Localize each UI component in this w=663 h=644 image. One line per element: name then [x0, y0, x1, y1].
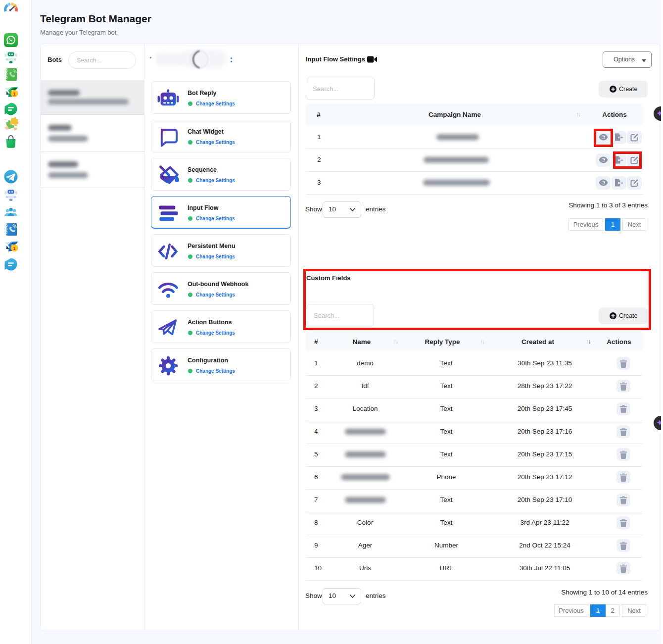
- svg-text:1: 1: [13, 246, 16, 251]
- svg-text:1: 1: [13, 91, 16, 97]
